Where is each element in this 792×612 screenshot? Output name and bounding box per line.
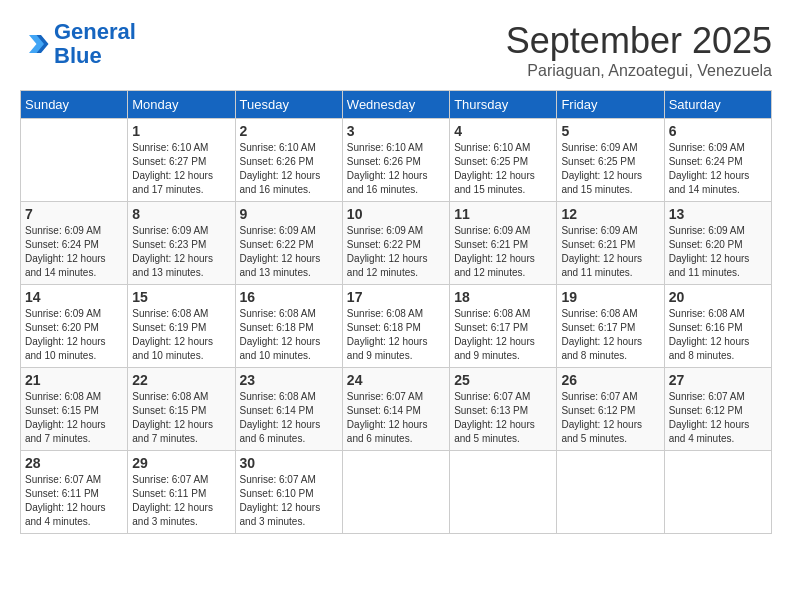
day-number: 9: [240, 206, 338, 222]
day-detail: Sunrise: 6:10 AM Sunset: 6:27 PM Dayligh…: [132, 141, 230, 197]
day-cell: 10Sunrise: 6:09 AM Sunset: 6:22 PM Dayli…: [342, 202, 449, 285]
day-detail: Sunrise: 6:09 AM Sunset: 6:24 PM Dayligh…: [669, 141, 767, 197]
logo-blue: Blue: [54, 43, 102, 68]
day-cell: 19Sunrise: 6:08 AM Sunset: 6:17 PM Dayli…: [557, 285, 664, 368]
day-cell: 14Sunrise: 6:09 AM Sunset: 6:20 PM Dayli…: [21, 285, 128, 368]
day-number: 19: [561, 289, 659, 305]
day-detail: Sunrise: 6:07 AM Sunset: 6:12 PM Dayligh…: [669, 390, 767, 446]
day-cell: [450, 451, 557, 534]
day-detail: Sunrise: 6:09 AM Sunset: 6:25 PM Dayligh…: [561, 141, 659, 197]
day-number: 16: [240, 289, 338, 305]
day-cell: 9Sunrise: 6:09 AM Sunset: 6:22 PM Daylig…: [235, 202, 342, 285]
week-row-5: 28Sunrise: 6:07 AM Sunset: 6:11 PM Dayli…: [21, 451, 772, 534]
header-cell-thursday: Thursday: [450, 91, 557, 119]
day-detail: Sunrise: 6:10 AM Sunset: 6:25 PM Dayligh…: [454, 141, 552, 197]
logo-general: General: [54, 19, 136, 44]
day-number: 23: [240, 372, 338, 388]
day-cell: [664, 451, 771, 534]
day-detail: Sunrise: 6:09 AM Sunset: 6:23 PM Dayligh…: [132, 224, 230, 280]
day-cell: 2Sunrise: 6:10 AM Sunset: 6:26 PM Daylig…: [235, 119, 342, 202]
day-detail: Sunrise: 6:08 AM Sunset: 6:15 PM Dayligh…: [25, 390, 123, 446]
day-detail: Sunrise: 6:09 AM Sunset: 6:24 PM Dayligh…: [25, 224, 123, 280]
day-detail: Sunrise: 6:10 AM Sunset: 6:26 PM Dayligh…: [240, 141, 338, 197]
day-cell: 27Sunrise: 6:07 AM Sunset: 6:12 PM Dayli…: [664, 368, 771, 451]
header-row: SundayMondayTuesdayWednesdayThursdayFrid…: [21, 91, 772, 119]
day-detail: Sunrise: 6:08 AM Sunset: 6:18 PM Dayligh…: [347, 307, 445, 363]
day-cell: 20Sunrise: 6:08 AM Sunset: 6:16 PM Dayli…: [664, 285, 771, 368]
day-cell: 30Sunrise: 6:07 AM Sunset: 6:10 PM Dayli…: [235, 451, 342, 534]
day-detail: Sunrise: 6:09 AM Sunset: 6:20 PM Dayligh…: [25, 307, 123, 363]
logo: General Blue: [20, 20, 136, 68]
day-number: 27: [669, 372, 767, 388]
day-cell: 25Sunrise: 6:07 AM Sunset: 6:13 PM Dayli…: [450, 368, 557, 451]
day-cell: 21Sunrise: 6:08 AM Sunset: 6:15 PM Dayli…: [21, 368, 128, 451]
day-number: 6: [669, 123, 767, 139]
day-detail: Sunrise: 6:09 AM Sunset: 6:22 PM Dayligh…: [347, 224, 445, 280]
day-number: 11: [454, 206, 552, 222]
day-cell: 22Sunrise: 6:08 AM Sunset: 6:15 PM Dayli…: [128, 368, 235, 451]
day-number: 12: [561, 206, 659, 222]
header-cell-friday: Friday: [557, 91, 664, 119]
day-number: 25: [454, 372, 552, 388]
header-cell-tuesday: Tuesday: [235, 91, 342, 119]
day-number: 4: [454, 123, 552, 139]
day-number: 1: [132, 123, 230, 139]
day-detail: Sunrise: 6:10 AM Sunset: 6:26 PM Dayligh…: [347, 141, 445, 197]
day-detail: Sunrise: 6:08 AM Sunset: 6:17 PM Dayligh…: [561, 307, 659, 363]
day-detail: Sunrise: 6:09 AM Sunset: 6:22 PM Dayligh…: [240, 224, 338, 280]
day-detail: Sunrise: 6:08 AM Sunset: 6:17 PM Dayligh…: [454, 307, 552, 363]
week-row-3: 14Sunrise: 6:09 AM Sunset: 6:20 PM Dayli…: [21, 285, 772, 368]
day-detail: Sunrise: 6:07 AM Sunset: 6:11 PM Dayligh…: [25, 473, 123, 529]
header-cell-sunday: Sunday: [21, 91, 128, 119]
header-cell-saturday: Saturday: [664, 91, 771, 119]
day-cell: 23Sunrise: 6:08 AM Sunset: 6:14 PM Dayli…: [235, 368, 342, 451]
day-cell: 13Sunrise: 6:09 AM Sunset: 6:20 PM Dayli…: [664, 202, 771, 285]
day-detail: Sunrise: 6:08 AM Sunset: 6:16 PM Dayligh…: [669, 307, 767, 363]
day-cell: 12Sunrise: 6:09 AM Sunset: 6:21 PM Dayli…: [557, 202, 664, 285]
week-row-2: 7Sunrise: 6:09 AM Sunset: 6:24 PM Daylig…: [21, 202, 772, 285]
day-cell: 1Sunrise: 6:10 AM Sunset: 6:27 PM Daylig…: [128, 119, 235, 202]
day-detail: Sunrise: 6:08 AM Sunset: 6:19 PM Dayligh…: [132, 307, 230, 363]
day-number: 15: [132, 289, 230, 305]
day-number: 28: [25, 455, 123, 471]
calendar-table: SundayMondayTuesdayWednesdayThursdayFrid…: [20, 90, 772, 534]
week-row-1: 1Sunrise: 6:10 AM Sunset: 6:27 PM Daylig…: [21, 119, 772, 202]
day-detail: Sunrise: 6:07 AM Sunset: 6:11 PM Dayligh…: [132, 473, 230, 529]
day-number: 24: [347, 372, 445, 388]
title-block: September 2025 Pariaguan, Anzoategui, Ve…: [506, 20, 772, 80]
header-cell-monday: Monday: [128, 91, 235, 119]
day-cell: 15Sunrise: 6:08 AM Sunset: 6:19 PM Dayli…: [128, 285, 235, 368]
day-detail: Sunrise: 6:09 AM Sunset: 6:21 PM Dayligh…: [454, 224, 552, 280]
day-cell: 17Sunrise: 6:08 AM Sunset: 6:18 PM Dayli…: [342, 285, 449, 368]
logo-icon: [20, 29, 50, 59]
day-detail: Sunrise: 6:08 AM Sunset: 6:18 PM Dayligh…: [240, 307, 338, 363]
day-number: 8: [132, 206, 230, 222]
day-number: 10: [347, 206, 445, 222]
day-number: 3: [347, 123, 445, 139]
day-cell: 4Sunrise: 6:10 AM Sunset: 6:25 PM Daylig…: [450, 119, 557, 202]
header-cell-wednesday: Wednesday: [342, 91, 449, 119]
month-title: September 2025: [506, 20, 772, 62]
day-detail: Sunrise: 6:08 AM Sunset: 6:14 PM Dayligh…: [240, 390, 338, 446]
day-number: 26: [561, 372, 659, 388]
day-number: 14: [25, 289, 123, 305]
day-cell: 16Sunrise: 6:08 AM Sunset: 6:18 PM Dayli…: [235, 285, 342, 368]
day-cell: [557, 451, 664, 534]
week-row-4: 21Sunrise: 6:08 AM Sunset: 6:15 PM Dayli…: [21, 368, 772, 451]
day-cell: 5Sunrise: 6:09 AM Sunset: 6:25 PM Daylig…: [557, 119, 664, 202]
day-number: 7: [25, 206, 123, 222]
day-detail: Sunrise: 6:09 AM Sunset: 6:20 PM Dayligh…: [669, 224, 767, 280]
page-header: General Blue September 2025 Pariaguan, A…: [20, 20, 772, 80]
day-cell: 24Sunrise: 6:07 AM Sunset: 6:14 PM Dayli…: [342, 368, 449, 451]
day-cell: 28Sunrise: 6:07 AM Sunset: 6:11 PM Dayli…: [21, 451, 128, 534]
day-number: 17: [347, 289, 445, 305]
day-detail: Sunrise: 6:07 AM Sunset: 6:13 PM Dayligh…: [454, 390, 552, 446]
day-cell: 7Sunrise: 6:09 AM Sunset: 6:24 PM Daylig…: [21, 202, 128, 285]
day-cell: [21, 119, 128, 202]
day-number: 2: [240, 123, 338, 139]
day-cell: 3Sunrise: 6:10 AM Sunset: 6:26 PM Daylig…: [342, 119, 449, 202]
day-detail: Sunrise: 6:08 AM Sunset: 6:15 PM Dayligh…: [132, 390, 230, 446]
day-number: 5: [561, 123, 659, 139]
logo-text: General Blue: [54, 20, 136, 68]
day-detail: Sunrise: 6:07 AM Sunset: 6:10 PM Dayligh…: [240, 473, 338, 529]
